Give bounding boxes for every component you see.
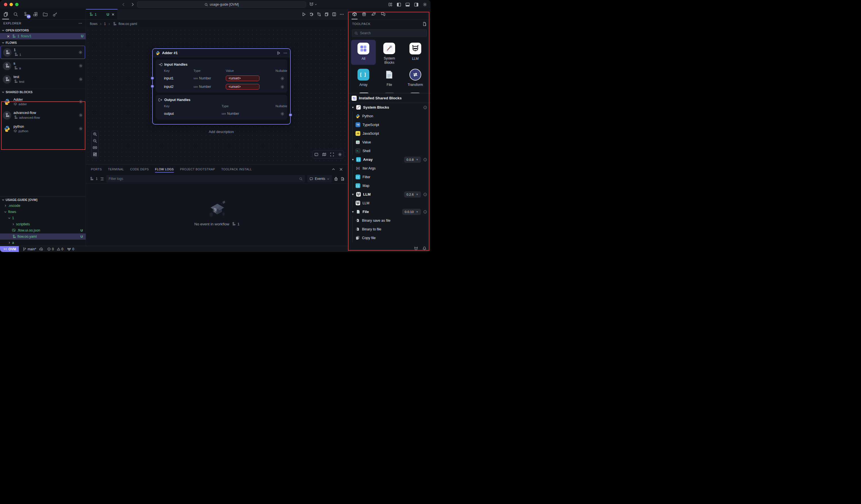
collapse-arrow-icon[interactable]: ▼ [352,158,354,161]
open-editor-item[interactable]: 1 flows/1 U [0,33,86,39]
customize-layout-icon[interactable] [388,2,393,7]
unset-value-field[interactable]: <unset> [226,75,259,81]
input1-handle[interactable] [151,76,154,80]
installed-group-array[interactable]: ▼[ ]Array0.0.8▼ [348,155,430,164]
panel-tab-ports[interactable]: PORTS [91,165,102,174]
version-dropdown[interactable]: 0.0.10▼ [402,209,421,215]
input2-handle[interactable] [151,84,154,88]
activity-blocks-icon[interactable] [32,11,39,17]
open-editors-header[interactable]: OPEN EDITORS [0,27,86,33]
panel-tab-flow-logs[interactable]: FLOW LOGS [155,165,174,174]
installed-block-value[interactable]: Value [348,138,430,146]
tree-item-.flow.ui.oo.json[interactable]: .flow.ui.oo.jsonU [0,227,86,234]
tree-item-a[interactable]: a [0,240,86,246]
shared-block-settings-gear-icon[interactable] [79,113,83,117]
installed-group-file[interactable]: ▼File0.0.10▼ [348,207,430,216]
tab-toolpack-icon[interactable] [352,9,357,19]
bell-icon[interactable] [422,247,426,251]
shared-block-item[interactable]: python python [1,122,85,135]
collapse-arrow-icon[interactable]: ▼ [352,210,354,213]
minimap-icon[interactable] [322,152,326,157]
zoom-out-icon[interactable] [93,139,97,143]
toolpack-tile-all[interactable]: All [351,40,376,65]
handle-settings-gear-icon[interactable] [280,112,285,116]
tab-gift-icon[interactable] [362,9,367,19]
installed-block-filter[interactable]: [ ]Filter [348,172,430,181]
installed-group-llm[interactable]: ▼LLM0.2.6▼ [348,190,430,199]
sync-cloud-icon[interactable] [39,247,43,251]
export-logs-icon[interactable] [340,177,344,181]
flow-list-item[interactable]: s a [1,59,85,72]
close-panel-icon[interactable] [339,168,343,171]
add-description-button[interactable]: Add description [179,130,263,134]
rerun-icon[interactable] [309,12,314,16]
installed-block-typescript[interactable]: TSTypeScript [348,121,430,129]
installed-block-javascript[interactable]: JSJavaScript [348,129,430,138]
panel-tab-toolpack-install[interactable]: TOOLPACK INSTALL [221,165,252,174]
tree-item-scriptlets[interactable]: scriptlets [0,221,86,227]
shared-block-item[interactable]: Adder adder [1,95,85,108]
close-window-button[interactable] [4,3,7,6]
activity-key-icon[interactable] [52,11,58,17]
version-dropdown[interactable]: 0.0.8▼ [404,157,421,163]
installed-group-system-blocks[interactable]: ▼System Blocks [348,103,430,112]
tree-item-flows[interactable]: flows [0,209,86,215]
output-handle[interactable] [289,113,292,117]
breadcrumb-item[interactable]: 1 [104,22,106,26]
handle-settings-gear-icon[interactable] [280,76,285,81]
activity-search-icon[interactable] [13,11,19,17]
editor-more-icon[interactable] [340,12,344,16]
remote-indicator[interactable]: OVM [0,246,19,252]
installed-block-shell[interactable]: >_Shell [348,146,430,155]
flow-node-adder[interactable]: Adder #1 Input Handles Key Type Value [152,48,291,125]
maximize-panel-icon[interactable] [332,168,335,171]
log-list-icon[interactable] [100,177,104,181]
fit-view-icon[interactable] [93,145,97,150]
version-dropdown[interactable]: 0.2.6▼ [404,191,421,198]
close-icon[interactable] [7,35,10,38]
panel-tab-terminal[interactable]: TERMINAL [108,165,124,174]
collapse-arrow-icon[interactable]: ▼ [352,193,354,196]
info-icon[interactable] [423,210,427,214]
info-icon[interactable] [423,106,427,110]
clear-logs-icon[interactable] [334,177,338,181]
activity-folder-icon[interactable] [42,11,48,17]
toolpack-tile-file[interactable]: File [377,66,401,91]
minimize-window-button[interactable] [10,3,13,6]
unset-value-field[interactable]: <unset> [226,84,259,89]
tab-rocket-icon[interactable] [371,9,376,19]
panel-tab-code-deps[interactable]: CODE DEPS [130,165,149,174]
toolpack-tile-llm[interactable]: LLM [403,40,428,65]
chevron-down-icon[interactable] [315,3,317,5]
installed-block-iter-args[interactable]: [x]Iter Args [348,164,430,172]
toggle-left-sidebar-icon[interactable] [397,2,401,7]
panel-tab-project-bootstrap[interactable]: PROJECT BOOTSTRAP [180,165,215,174]
activity-files-explorer-icon[interactable] [3,11,9,17]
tab-flow-1[interactable]: 1 U [86,9,118,19]
collapse-arrow-icon[interactable]: ▼ [352,106,354,109]
auto-layout-icon[interactable] [93,152,97,157]
breadcrumb-item[interactable]: flows [90,22,97,26]
run-node-icon[interactable] [277,51,281,55]
tab-close-icon[interactable] [111,13,114,16]
run-flow-icon[interactable] [302,12,306,16]
tree-item-1[interactable]: 1 [0,215,86,221]
toolpack-tile-system-blocks[interactable]: SystemBlocks [377,40,401,65]
filter-logs-input[interactable]: Filter logs [107,175,305,182]
installed-block-copy-file[interactable]: Copy file [348,234,430,242]
toggle-panel-icon[interactable] [314,152,318,157]
shared-block-settings-gear-icon[interactable] [79,127,83,131]
zoom-in-icon[interactable] [93,132,97,136]
info-icon[interactable] [423,193,427,196]
fox-status-icon[interactable] [414,246,419,251]
installed-block-binary-to-file[interactable]: Binary to file [348,225,430,234]
toolpack-tile-array[interactable]: [ ]Array [351,66,376,91]
history-forward-icon[interactable] [130,2,135,7]
installed-block-llm[interactable]: LLM [348,199,430,207]
breadcrumb-item[interactable]: flow.oo.yaml [119,22,137,26]
toolpack-search-input[interactable]: Search [352,29,427,37]
workspace-header[interactable]: USAGE-GUIDE [OVM] [0,196,86,202]
flows-header[interactable]: FLOWS [0,39,86,45]
new-toolpack-icon[interactable] [422,22,426,26]
git-branch-status[interactable]: main* [23,247,43,251]
